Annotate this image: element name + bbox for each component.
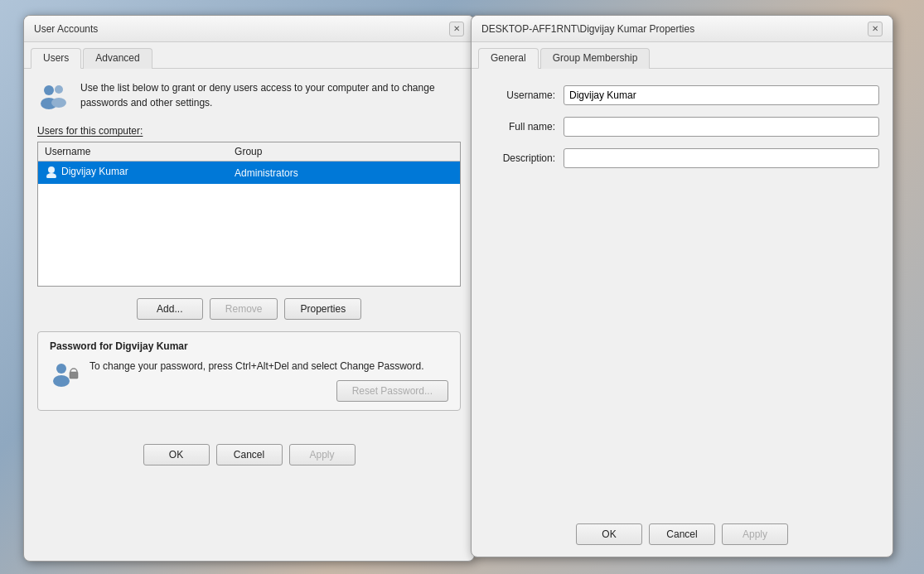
password-section: Password for Digvijay Kumar To change yo… xyxy=(37,331,461,411)
username-label: Username: xyxy=(485,89,555,101)
username-row: Username: xyxy=(485,85,879,105)
dialog1-tabs: Users Advanced xyxy=(24,42,474,69)
dialog2-close-button[interactable]: ✕ xyxy=(868,22,883,36)
tab-advanced[interactable]: Advanced xyxy=(83,48,152,69)
dialog2-title: DESKTOP-AFF1RNT\Digvijay Kumar Propertie… xyxy=(481,23,694,35)
svg-point-2 xyxy=(55,85,63,94)
svg-point-6 xyxy=(56,364,66,374)
username-input[interactable] xyxy=(564,85,879,105)
remove-button[interactable]: Remove xyxy=(210,298,278,320)
cell-username: Digvijay Kumar xyxy=(38,162,228,185)
dialog2-apply-button[interactable]: Apply xyxy=(722,523,788,545)
dialog1-footer-buttons: OK Cancel Apply xyxy=(24,436,474,477)
svg-point-3 xyxy=(51,98,66,108)
fullname-label: Full name: xyxy=(485,121,555,133)
description-input[interactable] xyxy=(564,148,879,168)
fullname-row: Full name: xyxy=(485,117,879,137)
description-label: Description: xyxy=(485,152,555,164)
dialog1-title: User Accounts xyxy=(34,23,98,35)
dialog2-tabs: General Group Membership xyxy=(472,42,893,69)
user-row-icon xyxy=(45,165,58,178)
svg-point-5 xyxy=(46,173,56,178)
svg-point-7 xyxy=(53,375,70,387)
description-row: Description: xyxy=(485,148,879,168)
dialog1-close-button[interactable]: ✕ xyxy=(449,22,464,36)
tab-general[interactable]: General xyxy=(478,48,539,69)
password-icon xyxy=(50,359,80,388)
info-section: Use the list below to grant or deny user… xyxy=(37,80,461,113)
col-header-username: Username xyxy=(38,142,228,162)
users-icon xyxy=(37,80,70,113)
svg-point-4 xyxy=(48,166,55,173)
properties-dialog: DESKTOP-AFF1RNT\Digvijay Kumar Propertie… xyxy=(471,15,893,557)
dialog2-titlebar: DESKTOP-AFF1RNT\Digvijay Kumar Propertie… xyxy=(472,16,893,42)
user-accounts-dialog: User Accounts ✕ Users Advanced Use the l… xyxy=(23,15,475,562)
tab-users[interactable]: Users xyxy=(31,48,81,69)
user-action-buttons: Add... Remove Properties xyxy=(37,298,461,320)
add-button[interactable]: Add... xyxy=(137,298,203,320)
dialog1-ok-button[interactable]: OK xyxy=(143,444,210,465)
dialog1-titlebar: User Accounts ✕ xyxy=(24,16,474,42)
users-table-container[interactable]: Username Group Digvijay Kumar xyxy=(37,142,461,287)
info-text: Use the list below to grant or deny user… xyxy=(80,80,461,110)
properties-button[interactable]: Properties xyxy=(284,298,361,320)
dialog2-ok-button[interactable]: OK xyxy=(576,523,642,545)
fullname-input[interactable] xyxy=(564,117,879,137)
dialog1-content: Use the list below to grant or deny user… xyxy=(24,69,474,436)
dialog2-footer-buttons: OK Cancel Apply xyxy=(472,515,893,557)
users-section-label: Users for this computer: xyxy=(37,125,461,137)
tab-group-membership[interactable]: Group Membership xyxy=(540,48,651,69)
users-table: Username Group Digvijay Kumar xyxy=(38,142,460,184)
password-text: To change your password, press Ctrl+Alt+… xyxy=(89,359,448,374)
dialog2-cancel-button[interactable]: Cancel xyxy=(649,523,715,545)
reset-password-button[interactable]: Reset Password... xyxy=(336,380,448,402)
col-header-group: Group xyxy=(228,142,460,162)
svg-point-0 xyxy=(44,85,54,95)
cell-group: Administrators xyxy=(228,162,460,185)
reset-btn-row: Reset Password... xyxy=(89,380,448,402)
dialog2-content: Username: Full name: Description: xyxy=(472,69,893,191)
dialog1-cancel-button[interactable]: Cancel xyxy=(216,444,283,465)
dialog1-apply-button[interactable]: Apply xyxy=(289,444,356,465)
password-inner: To change your password, press Ctrl+Alt+… xyxy=(50,359,448,402)
table-row[interactable]: Digvijay Kumar Administrators xyxy=(38,162,460,185)
password-title: Password for Digvijay Kumar xyxy=(50,340,448,352)
